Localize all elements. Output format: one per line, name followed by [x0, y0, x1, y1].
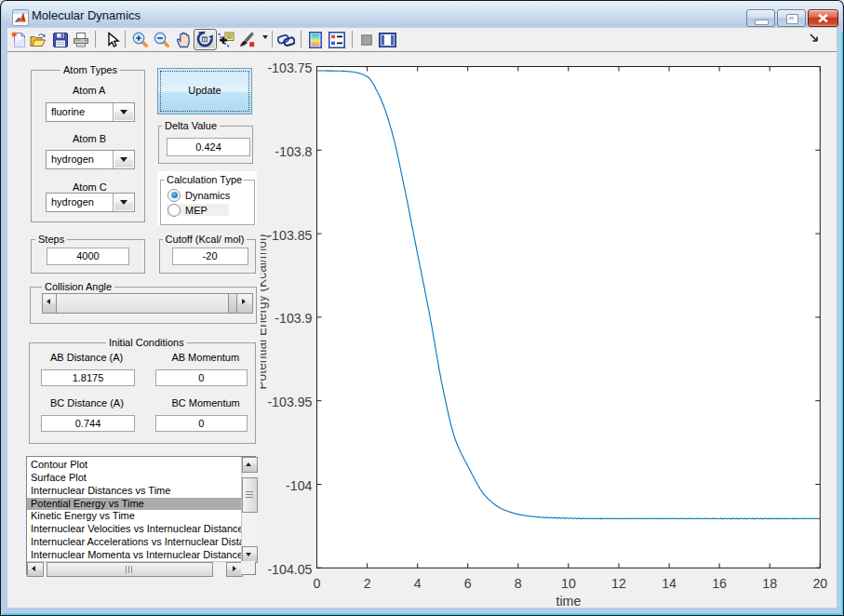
svg-text:14: 14 [662, 576, 677, 591]
svg-text:-103.85: -103.85 [267, 228, 312, 243]
svg-text:10: 10 [561, 576, 576, 591]
svg-text:-103.8: -103.8 [275, 144, 312, 159]
svg-text:-104: -104 [286, 478, 313, 493]
svg-text:8: 8 [515, 576, 522, 591]
svg-text:time: time [556, 594, 581, 608]
svg-text:16: 16 [712, 576, 727, 591]
svg-text:0: 0 [314, 576, 321, 591]
svg-text:-103.75: -103.75 [267, 60, 312, 75]
svg-text:12: 12 [611, 576, 626, 591]
svg-text:-103.9: -103.9 [275, 311, 312, 326]
svg-text:4: 4 [414, 576, 422, 591]
svg-text:2: 2 [364, 576, 371, 591]
svg-text:20: 20 [812, 576, 827, 591]
svg-text:Potential Energy (Kcal/mol): Potential Energy (Kcal/mol) [261, 234, 269, 389]
svg-text:18: 18 [762, 576, 777, 591]
svg-text:-104.05: -104.05 [267, 562, 312, 577]
svg-text:-103.95: -103.95 [267, 395, 312, 409]
svg-text:6: 6 [464, 576, 472, 591]
